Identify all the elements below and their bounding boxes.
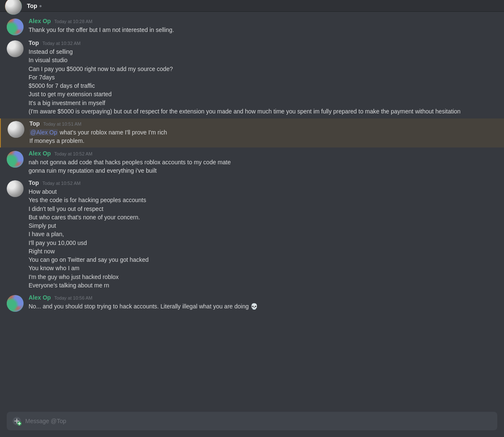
title-bar-status: ● bbox=[39, 3, 42, 9]
avatar bbox=[7, 40, 24, 57]
message-header: TopToday at 10:32 AM bbox=[29, 39, 497, 46]
message-line: How about bbox=[29, 188, 497, 196]
timestamp: Today at 10:32 AM bbox=[42, 41, 81, 46]
message-line: Instead of selling bbox=[29, 48, 497, 56]
username[interactable]: Alex Op bbox=[29, 18, 51, 24]
message-line: Everyone's talking about me rn bbox=[29, 282, 497, 290]
message-line: Just to get my extension started bbox=[29, 90, 497, 98]
timestamp: Today at 10:51 AM bbox=[43, 121, 82, 126]
message-line: Thank you for the offer but I am not int… bbox=[29, 26, 497, 34]
avatar bbox=[7, 18, 24, 35]
add-file-icon[interactable] bbox=[12, 416, 22, 426]
message-header: Alex OpToday at 10:52 AM bbox=[29, 150, 497, 157]
title-bar: Top ● bbox=[0, 0, 504, 12]
message-header: Alex OpToday at 10:56 AM bbox=[29, 294, 497, 301]
message-line: Right now bbox=[29, 247, 497, 255]
timestamp: Today at 10:56 AM bbox=[54, 295, 92, 300]
message-header: TopToday at 10:52 AM bbox=[29, 179, 497, 186]
username[interactable]: Alex Op bbox=[29, 294, 51, 301]
message-line: You can go on Twitter and say you got ha… bbox=[29, 256, 497, 264]
timestamp: Today at 10:52 AM bbox=[42, 181, 81, 186]
message-input[interactable] bbox=[25, 418, 492, 424]
message-content: Alex OpToday at 10:56 AMNo... and you sh… bbox=[29, 294, 497, 312]
timestamp: Today at 10:28 AM bbox=[54, 19, 92, 24]
message-line: $5000 for 7 days of traffic bbox=[29, 82, 497, 90]
message-line: For 7days bbox=[29, 74, 497, 82]
channel-name: Top bbox=[27, 3, 37, 9]
username[interactable]: Alex Op bbox=[29, 150, 51, 157]
message-header: Alex OpToday at 10:28 AM bbox=[29, 18, 497, 24]
message-line: But who cares that's none of your concer… bbox=[29, 213, 497, 221]
message-input-container bbox=[7, 412, 497, 430]
message-line: @Alex Op what's your roblox name I'll pr… bbox=[29, 129, 497, 137]
username[interactable]: Top bbox=[29, 120, 40, 127]
message-line: Simply put bbox=[29, 222, 497, 230]
message-line: No... and you should stop trying to hack… bbox=[29, 303, 497, 311]
message-content: TopToday at 10:51 AM@Alex Op what's your… bbox=[29, 120, 497, 146]
message-content: Alex OpToday at 10:52 AMnah not gonna ad… bbox=[29, 150, 497, 176]
mention[interactable]: @Alex Op bbox=[29, 129, 58, 136]
message-group: TopToday at 10:32 AMInstead of sellingIn… bbox=[0, 38, 504, 118]
message-content: TopToday at 10:32 AMInstead of sellingIn… bbox=[29, 39, 497, 116]
messages-area: Alex OpToday at 10:28 AMThank you for th… bbox=[0, 12, 504, 408]
message-group: Alex OpToday at 10:28 AMThank you for th… bbox=[0, 16, 504, 37]
message-group: Alex OpToday at 10:56 AMNo... and you sh… bbox=[0, 292, 504, 313]
message-line: Yes the code is for hacking peoples acco… bbox=[29, 196, 497, 204]
avatar bbox=[7, 151, 24, 168]
message-line: nah not gonna add code that hacks people… bbox=[29, 158, 497, 166]
avatar bbox=[8, 121, 24, 138]
username[interactable]: Top bbox=[29, 179, 39, 186]
message-line: It's a big investment in myself bbox=[29, 99, 497, 107]
message-line: You know who I am bbox=[29, 264, 497, 272]
username[interactable]: Top bbox=[29, 39, 39, 46]
avatar bbox=[7, 180, 24, 197]
input-area bbox=[0, 408, 504, 437]
message-header: TopToday at 10:51 AM bbox=[29, 120, 497, 127]
avatar bbox=[7, 295, 24, 312]
message-line: I have a plan, bbox=[29, 230, 497, 238]
timestamp: Today at 10:52 AM bbox=[54, 151, 92, 156]
message-group: Alex OpToday at 10:52 AMnah not gonna ad… bbox=[0, 148, 504, 177]
message-line: I'm the guy who just hacked roblox bbox=[29, 273, 497, 281]
message-content: Alex OpToday at 10:28 AMThank you for th… bbox=[29, 18, 497, 35]
message-group: TopToday at 10:52 AMHow aboutYes the cod… bbox=[0, 178, 504, 292]
message-line: I didn't tell you out of respect bbox=[29, 205, 497, 213]
message-line: In visual studio bbox=[29, 56, 497, 64]
message-group: TopToday at 10:51 AM@Alex Op what's your… bbox=[0, 118, 504, 147]
message-content: TopToday at 10:52 AMHow aboutYes the cod… bbox=[29, 179, 497, 290]
message-line: gonna ruin my reputation and everything … bbox=[29, 167, 497, 175]
message-line: I'll pay you 10,000 usd bbox=[29, 239, 497, 247]
message-line: Can I pay you $5000 right now to add my … bbox=[29, 65, 497, 73]
message-line: If moneys a problem. bbox=[29, 137, 497, 145]
message-line: (I'm aware $5000 is overpaying) but out … bbox=[29, 108, 497, 116]
